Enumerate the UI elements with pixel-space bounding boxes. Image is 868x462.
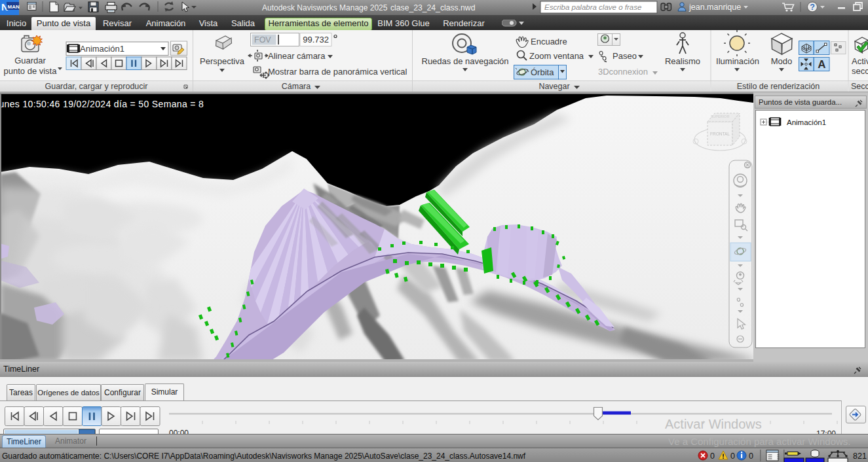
svg-text:FRONTAL: FRONTAL [710, 132, 730, 136]
svg-text:Secc: Secc [851, 82, 868, 91]
svg-text:0: 0 [749, 452, 753, 461]
svg-text:Animación1: Animación1 [80, 44, 124, 54]
svg-text:Guardar: Guardar [14, 56, 46, 65]
svg-text:Realismo: Realismo [665, 56, 700, 66]
svg-text:clase_23_24_class.nwd: clase_23_24_class.nwd [390, 3, 475, 12]
svg-text:Órbita: Órbita [531, 67, 554, 77]
svg-text:Encuadre: Encuadre [531, 37, 567, 46]
svg-text:A: A [818, 58, 825, 71]
svg-text:Zoom ventana: Zoom ventana [529, 51, 584, 61]
svg-text:Cámara: Cámara [282, 82, 311, 91]
svg-text:MAN: MAN [8, 4, 20, 10]
svg-text:Iluminación: Iluminación [716, 56, 759, 66]
svg-text:Activ: Activ [852, 56, 868, 66]
svg-text:Modo: Modo [771, 56, 793, 66]
svg-text:Perspectiva: Perspectiva [200, 56, 245, 66]
svg-text:Paseo: Paseo [613, 51, 637, 61]
svg-text:3Dconnexion: 3Dconnexion [598, 67, 648, 77]
svg-text:Estilo de renderización: Estilo de renderización [737, 82, 820, 91]
svg-text:punto de vista: punto de vista [4, 66, 58, 76]
svg-text:lunes 10:50:46 19/02/2024 día: lunes 10:50:46 19/02/2024 día = 50 Seman… [0, 99, 204, 109]
svg-text:0: 0 [710, 452, 715, 461]
svg-text:99.732: 99.732 [303, 35, 329, 44]
svg-text:0: 0 [730, 452, 735, 461]
svg-text:FOV: FOV [254, 35, 271, 44]
svg-text:jean.manrique: jean.manrique [689, 3, 741, 12]
svg-text:821: 821 [853, 452, 867, 461]
svg-text:Navegar: Navegar [538, 82, 569, 91]
svg-text:Mostrar barra de panorámica ve: Mostrar barra de panorámica vertical [268, 67, 407, 77]
svg-text:SUPERIOR: SUPERIOR [711, 115, 730, 118]
svg-text:Autodesk Navisworks Manage 202: Autodesk Navisworks Manage 2025 [262, 3, 388, 12]
svg-text:Alinear cámara: Alinear cámara [268, 51, 326, 61]
svg-text:secc: secc [852, 66, 868, 76]
svg-text:Guardar, cargar y reproducir: Guardar, cargar y reproducir [45, 82, 147, 91]
svg-text:Escriba palabra clave o frase: Escriba palabra clave o frase [544, 3, 641, 11]
svg-text:Ruedas de navegación: Ruedas de navegación [422, 56, 509, 66]
svg-text:?: ? [810, 3, 815, 12]
